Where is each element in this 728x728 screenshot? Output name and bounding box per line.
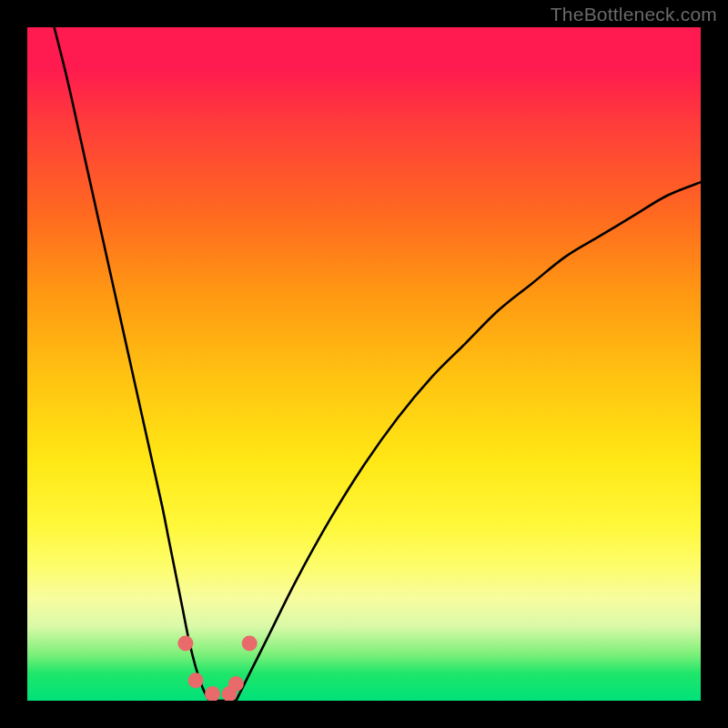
marker-group <box>177 636 257 701</box>
bottleneck-marker <box>242 636 258 652</box>
bottleneck-marker <box>177 636 193 652</box>
curve-right-branch <box>236 182 701 701</box>
bottleneck-marker <box>188 672 204 688</box>
watermark-text: TheBottleneck.com <box>551 4 717 25</box>
chart-frame: TheBottleneck.com <box>0 0 728 728</box>
chart-svg <box>27 27 701 701</box>
curve-left-branch <box>55 27 209 701</box>
curve-group <box>55 27 701 701</box>
bottleneck-marker <box>228 676 244 692</box>
chart-plot-area <box>27 27 701 701</box>
bottleneck-marker <box>205 686 220 701</box>
